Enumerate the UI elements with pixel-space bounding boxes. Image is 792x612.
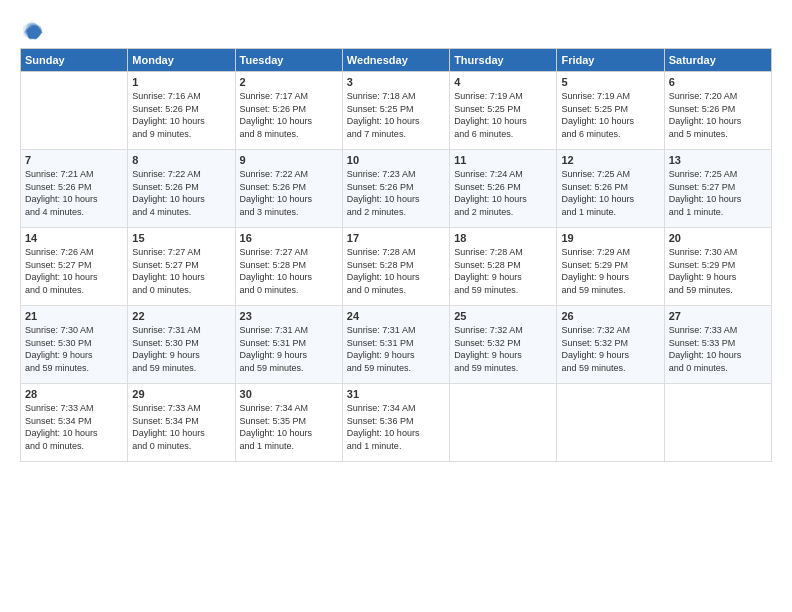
calendar-cell: 21Sunrise: 7:30 AM Sunset: 5:30 PM Dayli…	[21, 306, 128, 384]
day-info: Sunrise: 7:19 AM Sunset: 5:25 PM Dayligh…	[561, 90, 659, 140]
calendar-cell	[450, 384, 557, 462]
day-number: 16	[240, 232, 338, 244]
calendar-cell: 20Sunrise: 7:30 AM Sunset: 5:29 PM Dayli…	[664, 228, 771, 306]
day-info: Sunrise: 7:23 AM Sunset: 5:26 PM Dayligh…	[347, 168, 445, 218]
page: SundayMondayTuesdayWednesdayThursdayFrid…	[0, 0, 792, 612]
header-cell-monday: Monday	[128, 49, 235, 72]
header-row: SundayMondayTuesdayWednesdayThursdayFrid…	[21, 49, 772, 72]
calendar-cell: 9Sunrise: 7:22 AM Sunset: 5:26 PM Daylig…	[235, 150, 342, 228]
day-info: Sunrise: 7:32 AM Sunset: 5:32 PM Dayligh…	[454, 324, 552, 374]
day-info: Sunrise: 7:34 AM Sunset: 5:36 PM Dayligh…	[347, 402, 445, 452]
calendar-cell: 4Sunrise: 7:19 AM Sunset: 5:25 PM Daylig…	[450, 72, 557, 150]
day-number: 3	[347, 76, 445, 88]
week-row-5: 28Sunrise: 7:33 AM Sunset: 5:34 PM Dayli…	[21, 384, 772, 462]
calendar-cell: 14Sunrise: 7:26 AM Sunset: 5:27 PM Dayli…	[21, 228, 128, 306]
logo-icon	[20, 18, 44, 42]
week-row-4: 21Sunrise: 7:30 AM Sunset: 5:30 PM Dayli…	[21, 306, 772, 384]
day-number: 18	[454, 232, 552, 244]
calendar-cell: 2Sunrise: 7:17 AM Sunset: 5:26 PM Daylig…	[235, 72, 342, 150]
day-info: Sunrise: 7:33 AM Sunset: 5:34 PM Dayligh…	[25, 402, 123, 452]
day-info: Sunrise: 7:22 AM Sunset: 5:26 PM Dayligh…	[132, 168, 230, 218]
calendar-cell: 10Sunrise: 7:23 AM Sunset: 5:26 PM Dayli…	[342, 150, 449, 228]
week-row-3: 14Sunrise: 7:26 AM Sunset: 5:27 PM Dayli…	[21, 228, 772, 306]
calendar-cell: 6Sunrise: 7:20 AM Sunset: 5:26 PM Daylig…	[664, 72, 771, 150]
calendar-cell	[557, 384, 664, 462]
calendar-cell: 26Sunrise: 7:32 AM Sunset: 5:32 PM Dayli…	[557, 306, 664, 384]
day-number: 11	[454, 154, 552, 166]
calendar-cell: 31Sunrise: 7:34 AM Sunset: 5:36 PM Dayli…	[342, 384, 449, 462]
calendar-cell: 8Sunrise: 7:22 AM Sunset: 5:26 PM Daylig…	[128, 150, 235, 228]
calendar-cell: 23Sunrise: 7:31 AM Sunset: 5:31 PM Dayli…	[235, 306, 342, 384]
calendar-cell: 7Sunrise: 7:21 AM Sunset: 5:26 PM Daylig…	[21, 150, 128, 228]
day-info: Sunrise: 7:34 AM Sunset: 5:35 PM Dayligh…	[240, 402, 338, 452]
day-info: Sunrise: 7:18 AM Sunset: 5:25 PM Dayligh…	[347, 90, 445, 140]
day-info: Sunrise: 7:31 AM Sunset: 5:31 PM Dayligh…	[240, 324, 338, 374]
day-info: Sunrise: 7:33 AM Sunset: 5:33 PM Dayligh…	[669, 324, 767, 374]
calendar-body: 1Sunrise: 7:16 AM Sunset: 5:26 PM Daylig…	[21, 72, 772, 462]
day-info: Sunrise: 7:19 AM Sunset: 5:25 PM Dayligh…	[454, 90, 552, 140]
day-number: 30	[240, 388, 338, 400]
day-info: Sunrise: 7:25 AM Sunset: 5:27 PM Dayligh…	[669, 168, 767, 218]
calendar-cell: 19Sunrise: 7:29 AM Sunset: 5:29 PM Dayli…	[557, 228, 664, 306]
day-info: Sunrise: 7:29 AM Sunset: 5:29 PM Dayligh…	[561, 246, 659, 296]
day-info: Sunrise: 7:33 AM Sunset: 5:34 PM Dayligh…	[132, 402, 230, 452]
day-info: Sunrise: 7:30 AM Sunset: 5:29 PM Dayligh…	[669, 246, 767, 296]
day-info: Sunrise: 7:30 AM Sunset: 5:30 PM Dayligh…	[25, 324, 123, 374]
calendar-cell: 30Sunrise: 7:34 AM Sunset: 5:35 PM Dayli…	[235, 384, 342, 462]
day-number: 2	[240, 76, 338, 88]
day-number: 23	[240, 310, 338, 322]
day-number: 19	[561, 232, 659, 244]
day-number: 27	[669, 310, 767, 322]
day-number: 5	[561, 76, 659, 88]
calendar-cell: 28Sunrise: 7:33 AM Sunset: 5:34 PM Dayli…	[21, 384, 128, 462]
day-number: 17	[347, 232, 445, 244]
logo	[20, 18, 48, 42]
day-info: Sunrise: 7:26 AM Sunset: 5:27 PM Dayligh…	[25, 246, 123, 296]
calendar-cell: 18Sunrise: 7:28 AM Sunset: 5:28 PM Dayli…	[450, 228, 557, 306]
calendar-cell: 15Sunrise: 7:27 AM Sunset: 5:27 PM Dayli…	[128, 228, 235, 306]
day-info: Sunrise: 7:24 AM Sunset: 5:26 PM Dayligh…	[454, 168, 552, 218]
calendar-cell: 29Sunrise: 7:33 AM Sunset: 5:34 PM Dayli…	[128, 384, 235, 462]
header-cell-friday: Friday	[557, 49, 664, 72]
day-info: Sunrise: 7:32 AM Sunset: 5:32 PM Dayligh…	[561, 324, 659, 374]
day-info: Sunrise: 7:16 AM Sunset: 5:26 PM Dayligh…	[132, 90, 230, 140]
day-number: 1	[132, 76, 230, 88]
day-info: Sunrise: 7:31 AM Sunset: 5:31 PM Dayligh…	[347, 324, 445, 374]
day-number: 9	[240, 154, 338, 166]
day-number: 8	[132, 154, 230, 166]
calendar-cell: 24Sunrise: 7:31 AM Sunset: 5:31 PM Dayli…	[342, 306, 449, 384]
day-info: Sunrise: 7:17 AM Sunset: 5:26 PM Dayligh…	[240, 90, 338, 140]
day-number: 29	[132, 388, 230, 400]
calendar-cell	[21, 72, 128, 150]
day-number: 26	[561, 310, 659, 322]
calendar-header: SundayMondayTuesdayWednesdayThursdayFrid…	[21, 49, 772, 72]
day-number: 7	[25, 154, 123, 166]
calendar-cell: 11Sunrise: 7:24 AM Sunset: 5:26 PM Dayli…	[450, 150, 557, 228]
header-cell-sunday: Sunday	[21, 49, 128, 72]
day-number: 25	[454, 310, 552, 322]
day-info: Sunrise: 7:31 AM Sunset: 5:30 PM Dayligh…	[132, 324, 230, 374]
day-info: Sunrise: 7:27 AM Sunset: 5:27 PM Dayligh…	[132, 246, 230, 296]
header-cell-saturday: Saturday	[664, 49, 771, 72]
header-cell-thursday: Thursday	[450, 49, 557, 72]
day-number: 22	[132, 310, 230, 322]
calendar-cell: 27Sunrise: 7:33 AM Sunset: 5:33 PM Dayli…	[664, 306, 771, 384]
calendar-cell: 3Sunrise: 7:18 AM Sunset: 5:25 PM Daylig…	[342, 72, 449, 150]
day-info: Sunrise: 7:22 AM Sunset: 5:26 PM Dayligh…	[240, 168, 338, 218]
calendar-cell: 16Sunrise: 7:27 AM Sunset: 5:28 PM Dayli…	[235, 228, 342, 306]
day-info: Sunrise: 7:21 AM Sunset: 5:26 PM Dayligh…	[25, 168, 123, 218]
day-number: 24	[347, 310, 445, 322]
day-number: 4	[454, 76, 552, 88]
calendar-cell: 17Sunrise: 7:28 AM Sunset: 5:28 PM Dayli…	[342, 228, 449, 306]
calendar-cell: 22Sunrise: 7:31 AM Sunset: 5:30 PM Dayli…	[128, 306, 235, 384]
header	[20, 18, 772, 42]
calendar-cell: 13Sunrise: 7:25 AM Sunset: 5:27 PM Dayli…	[664, 150, 771, 228]
week-row-1: 1Sunrise: 7:16 AM Sunset: 5:26 PM Daylig…	[21, 72, 772, 150]
day-number: 12	[561, 154, 659, 166]
calendar-cell	[664, 384, 771, 462]
day-info: Sunrise: 7:20 AM Sunset: 5:26 PM Dayligh…	[669, 90, 767, 140]
calendar-cell: 12Sunrise: 7:25 AM Sunset: 5:26 PM Dayli…	[557, 150, 664, 228]
day-number: 21	[25, 310, 123, 322]
calendar-cell: 1Sunrise: 7:16 AM Sunset: 5:26 PM Daylig…	[128, 72, 235, 150]
day-number: 15	[132, 232, 230, 244]
